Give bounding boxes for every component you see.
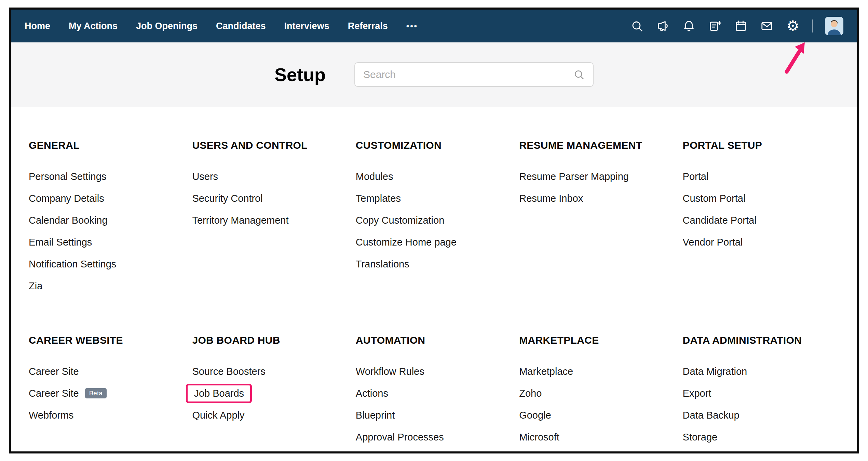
section-portal-setup: PORTAL SETUP Portal Custom Portal Candid…: [683, 140, 839, 297]
setup-link-territory-management[interactable]: Territory Management: [192, 209, 349, 231]
setup-link-data-migration[interactable]: Data Migration: [683, 360, 839, 382]
setup-link-marketplace[interactable]: Marketplace: [519, 360, 676, 382]
setup-link-translations[interactable]: Translations: [356, 253, 512, 275]
setup-content: GENERAL Personal Settings Company Detail…: [11, 107, 857, 448]
app-window: Home My Actions Job Openings Candidates …: [9, 8, 859, 453]
setup-link-security-control[interactable]: Security Control: [192, 187, 349, 209]
section-users-and-control: USERS AND CONTROL Users Security Control…: [192, 140, 349, 297]
nav-item-job-openings[interactable]: Job Openings: [136, 21, 198, 31]
setup-link-zoho[interactable]: Zoho: [519, 382, 676, 404]
section-customization: CUSTOMIZATION Modules Templates Copy Cus…: [356, 140, 512, 297]
section-title-data-administration: DATA ADMINISTRATION: [683, 334, 839, 346]
nav-more-button[interactable]: •••: [406, 21, 418, 31]
setup-link-calendar-booking[interactable]: Calendar Booking: [29, 209, 185, 231]
setup-link-zia[interactable]: Zia: [29, 275, 185, 297]
setup-search-box[interactable]: [354, 62, 594, 87]
add-record-icon[interactable]: [708, 19, 722, 33]
setup-header: Setup: [11, 42, 857, 107]
setup-grid-row-2: CAREER WEBSITE Career Site Career Site B…: [29, 334, 839, 448]
bell-icon[interactable]: [682, 19, 696, 33]
setup-link-career-site[interactable]: Career Site: [29, 360, 185, 382]
setup-grid-row-1: GENERAL Personal Settings Company Detail…: [29, 140, 839, 297]
setup-link-copy-customization[interactable]: Copy Customization: [356, 209, 512, 231]
setup-link-career-site-beta[interactable]: Career Site Beta: [29, 382, 185, 404]
section-automation: AUTOMATION Workflow Rules Actions Bluepr…: [356, 334, 512, 448]
section-marketplace: MARKETPLACE Marketplace Zoho Google Micr…: [519, 334, 676, 448]
setup-link-modules[interactable]: Modules: [356, 166, 512, 187]
setup-search-input[interactable]: [363, 69, 573, 80]
section-title-automation: AUTOMATION: [356, 334, 512, 346]
setup-link-templates[interactable]: Templates: [356, 187, 512, 209]
page-title: Setup: [274, 64, 326, 85]
career-site-beta-label: Career Site: [29, 388, 79, 399]
setup-link-resume-inbox[interactable]: Resume Inbox: [519, 187, 676, 209]
section-data-administration: DATA ADMINISTRATION Data Migration Expor…: [683, 334, 839, 448]
nav-divider: [812, 19, 813, 32]
section-general: GENERAL Personal Settings Company Detail…: [29, 140, 185, 297]
setup-link-export[interactable]: Export: [683, 382, 839, 404]
nav-menu: Home My Actions Job Openings Candidates …: [25, 21, 418, 31]
gear-icon[interactable]: ⚙: [786, 19, 800, 33]
nav-item-home[interactable]: Home: [25, 21, 50, 31]
setup-link-notification-settings[interactable]: Notification Settings: [29, 253, 185, 275]
setup-link-email-settings[interactable]: Email Settings: [29, 231, 185, 253]
setup-link-blueprint[interactable]: Blueprint: [356, 404, 512, 426]
nav-item-my-actions[interactable]: My Actions: [69, 21, 118, 31]
beta-badge: Beta: [85, 388, 107, 399]
setup-link-resume-parser-mapping[interactable]: Resume Parser Mapping: [519, 166, 676, 187]
section-title-portal-setup: PORTAL SETUP: [683, 140, 839, 151]
setup-link-data-backup[interactable]: Data Backup: [683, 404, 839, 426]
setup-link-portal[interactable]: Portal: [683, 166, 839, 187]
nav-item-candidates[interactable]: Candidates: [216, 21, 266, 31]
section-title-job-board-hub: JOB BOARD HUB: [192, 334, 349, 346]
nav-right-icons: ⚙: [630, 17, 843, 35]
setup-link-customize-home-page[interactable]: Customize Home page: [356, 231, 512, 253]
setup-link-webforms[interactable]: Webforms: [29, 404, 185, 426]
setup-link-users[interactable]: Users: [192, 166, 349, 187]
job-boards-highlight-box: Job Boards: [186, 384, 252, 403]
setup-link-source-boosters[interactable]: Source Boosters: [192, 360, 349, 382]
setup-link-approval-processes[interactable]: Approval Processes: [356, 426, 512, 448]
top-navbar: Home My Actions Job Openings Candidates …: [11, 10, 857, 42]
section-resume-management: RESUME MANAGEMENT Resume Parser Mapping …: [519, 140, 676, 297]
nav-item-referrals[interactable]: Referrals: [348, 21, 388, 31]
section-title-marketplace: MARKETPLACE: [519, 334, 676, 346]
setup-link-microsoft[interactable]: Microsoft: [519, 426, 676, 448]
section-title-general: GENERAL: [29, 140, 185, 151]
setup-link-workflow-rules[interactable]: Workflow Rules: [356, 360, 512, 382]
search-input-icon: [573, 69, 585, 80]
search-icon[interactable]: [630, 19, 644, 33]
setup-link-storage[interactable]: Storage: [683, 426, 839, 448]
calendar-icon[interactable]: [734, 19, 748, 33]
setup-link-vendor-portal[interactable]: Vendor Portal: [683, 231, 839, 253]
section-title-career-website: CAREER WEBSITE: [29, 334, 185, 346]
avatar[interactable]: [825, 17, 843, 35]
section-title-users-and-control: USERS AND CONTROL: [192, 140, 349, 151]
setup-link-quick-apply[interactable]: Quick Apply: [192, 404, 349, 426]
section-job-board-hub: JOB BOARD HUB Source Boosters Job Boards…: [192, 334, 349, 448]
mail-icon[interactable]: [760, 19, 774, 33]
setup-link-company-details[interactable]: Company Details: [29, 187, 185, 209]
section-title-customization: CUSTOMIZATION: [356, 140, 512, 151]
setup-link-job-boards[interactable]: Job Boards: [192, 382, 349, 404]
setup-link-actions[interactable]: Actions: [356, 382, 512, 404]
announcement-icon[interactable]: [656, 19, 670, 33]
nav-item-interviews[interactable]: Interviews: [284, 21, 329, 31]
section-title-resume-management: RESUME MANAGEMENT: [519, 140, 676, 151]
setup-link-custom-portal[interactable]: Custom Portal: [683, 187, 839, 209]
section-career-website: CAREER WEBSITE Career Site Career Site B…: [29, 334, 185, 448]
setup-link-google[interactable]: Google: [519, 404, 676, 426]
setup-link-personal-settings[interactable]: Personal Settings: [29, 166, 185, 187]
setup-link-candidate-portal[interactable]: Candidate Portal: [683, 209, 839, 231]
